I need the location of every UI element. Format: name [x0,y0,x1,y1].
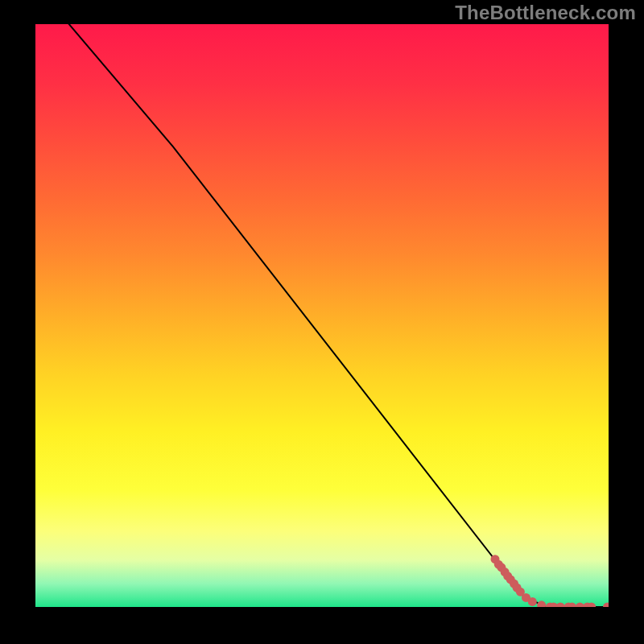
chart-background [35,24,609,607]
chart-area [35,24,609,607]
watermark-text: TheBottleneck.com [455,2,636,24]
page-root: TheBottleneck.com [0,0,644,644]
scatter-point [528,597,537,606]
chart-svg [35,24,609,607]
